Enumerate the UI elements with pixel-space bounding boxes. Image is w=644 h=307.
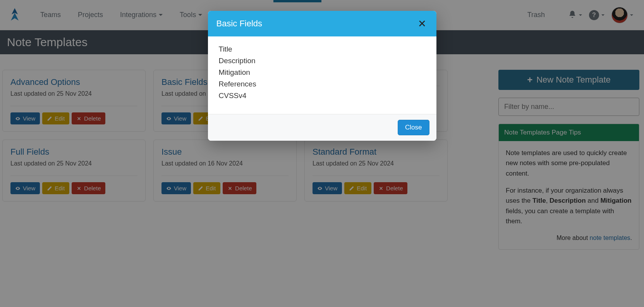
field-item: References xyxy=(219,80,426,88)
modal-body: Title Description Mitigation References … xyxy=(208,36,436,114)
field-item: Title xyxy=(219,45,426,53)
close-button[interactable]: Close xyxy=(398,120,429,135)
basic-fields-modal: Basic Fields ✕ Title Description Mitigat… xyxy=(208,11,436,141)
modal-title: Basic Fields xyxy=(216,19,263,29)
field-item: CVSSv4 xyxy=(219,91,426,100)
modal-header: Basic Fields ✕ xyxy=(208,11,436,36)
modal-footer: Close xyxy=(208,114,436,141)
close-icon[interactable]: ✕ xyxy=(416,18,428,29)
field-item: Mitigation xyxy=(219,68,426,77)
field-item: Description xyxy=(219,57,426,65)
modal-overlay[interactable]: Basic Fields ✕ Title Description Mitigat… xyxy=(0,0,644,307)
